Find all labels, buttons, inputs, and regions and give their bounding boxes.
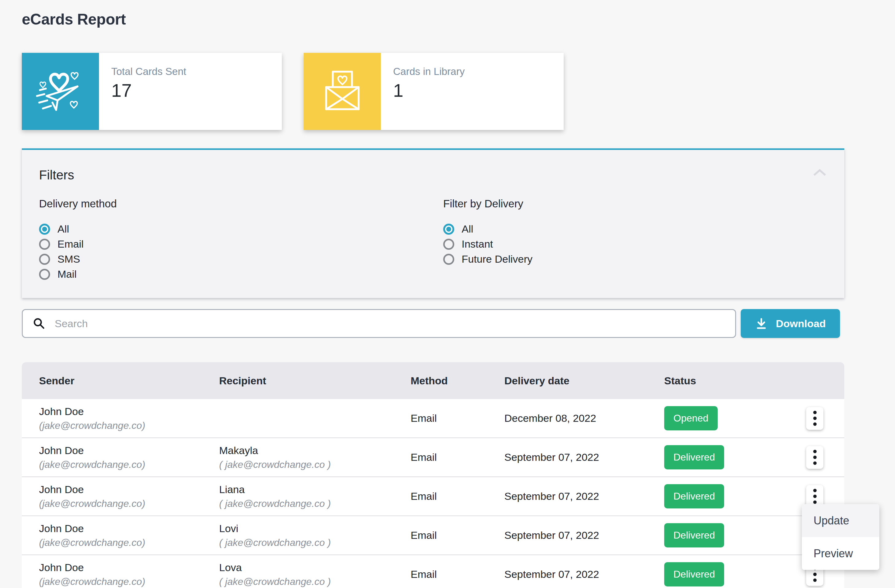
radio-label[interactable]: Mail [58, 268, 77, 280]
sender-cell: John Doe (jake@crowdchange.co) [39, 406, 219, 431]
sender-cell: John Doe (jake@crowdchange.co) [39, 444, 219, 470]
radio-option-all[interactable]: All [443, 221, 532, 236]
kebab-dot [813, 456, 817, 459]
recipient-email: ( jake@crowdchange.co ) [219, 459, 411, 470]
kebab-dot [813, 450, 817, 453]
recipient-cell: Liana ( jake@crowdchange.co ) [219, 483, 411, 509]
status-badge: Delivered [664, 445, 724, 470]
kebab-dot [813, 573, 817, 576]
status-cell: Delivered [664, 484, 806, 508]
radio-option-sms[interactable]: SMS [39, 252, 117, 267]
kebab-dot [813, 417, 817, 420]
delivery-date-cell: September 07, 2022 [504, 490, 664, 502]
ecards-table: SenderRecipientMethodDelivery dateStatus… [22, 362, 844, 588]
recipient-name: Lova [219, 562, 411, 574]
filter-group-label: Delivery method [39, 197, 117, 210]
status-badge: Delivered [664, 562, 724, 586]
table-row: John Doe (jake@crowdchange.co) Lovi ( ja… [22, 516, 844, 555]
sender-cell: John Doe (jake@crowdchange.co) [39, 562, 219, 587]
kebab-menu-button[interactable] [806, 407, 824, 430]
actions-cell [806, 407, 832, 430]
menu-item-preview[interactable]: Preview [802, 537, 879, 570]
download-button[interactable]: Download [741, 309, 840, 338]
recipient-cell: Lovi ( jake@crowdchange.co ) [219, 523, 411, 549]
kebab-dot [813, 461, 817, 465]
column-header-status: Status [664, 375, 806, 387]
radio-group: AllInstantFuture Delivery [443, 221, 532, 267]
stat-card-body: Total Cards Sent 17 [99, 53, 186, 130]
sender-email: (jake@crowdchange.co) [39, 420, 219, 431]
page-title: eCards Report [22, 11, 126, 28]
stat-value: 1 [393, 80, 465, 101]
stat-card-library: Cards in Library 1 [304, 53, 564, 130]
sent-cards-icon [22, 53, 99, 130]
radio-option-mail[interactable]: Mail [39, 267, 117, 282]
method-cell: Email [411, 412, 504, 424]
sender-email: (jake@crowdchange.co) [39, 576, 219, 587]
recipient-cell: Lova ( jake@crowdchange.co ) [219, 562, 411, 587]
radio-icon[interactable] [443, 254, 454, 265]
delivery-date-cell: September 07, 2022 [504, 529, 664, 541]
filters-title: Filters [39, 168, 74, 182]
sender-name: John Doe [39, 523, 219, 535]
recipient-email: ( jake@crowdchange.co ) [219, 498, 411, 509]
radio-label[interactable]: SMS [58, 253, 80, 265]
row-context-menu: UpdatePreview [802, 504, 879, 570]
column-header-method: Method [411, 375, 504, 387]
kebab-dot [813, 579, 817, 582]
download-icon [755, 317, 768, 330]
kebab-dot [813, 500, 817, 504]
radio-option-all[interactable]: All [39, 221, 117, 236]
method-cell: Email [411, 490, 504, 502]
radio-selected-icon[interactable] [39, 224, 50, 235]
sender-name: John Doe [39, 562, 219, 574]
recipient-email: ( jake@crowdchange.co ) [219, 537, 411, 549]
method-cell: Email [411, 568, 504, 580]
status-badge: Delivered [664, 523, 724, 547]
table-row: John Doe (jake@crowdchange.co) Email Dec… [22, 399, 844, 438]
table-header: SenderRecipientMethodDelivery dateStatus [22, 362, 844, 399]
radio-icon[interactable] [443, 239, 454, 250]
radio-icon[interactable] [39, 254, 50, 265]
recipient-name: Lovi [219, 523, 411, 535]
radio-option-email[interactable]: Email [39, 236, 117, 252]
filters-panel: Filters Delivery method AllEmailSMSMail … [22, 149, 844, 298]
recipient-cell: Makayla ( jake@crowdchange.co ) [219, 444, 411, 470]
radio-selected-icon[interactable] [443, 224, 454, 235]
recipient-email: ( jake@crowdchange.co ) [219, 576, 411, 587]
delivery-date-cell: December 08, 2022 [504, 412, 664, 424]
actions-cell [806, 446, 832, 469]
stat-cards-row: Total Cards Sent 17 Cards in Library 1 [22, 53, 564, 130]
table-row: John Doe (jake@crowdchange.co) Makayla (… [22, 438, 844, 477]
menu-item-update[interactable]: Update [802, 504, 879, 537]
method-cell: Email [411, 529, 504, 541]
radio-label[interactable]: All [462, 223, 473, 235]
radio-icon[interactable] [39, 269, 50, 280]
kebab-dot [813, 411, 817, 414]
download-label: Download [776, 318, 825, 330]
status-cell: Delivered [664, 562, 806, 586]
radio-label[interactable]: All [58, 223, 69, 235]
sender-email: (jake@crowdchange.co) [39, 537, 219, 549]
delivery-date-cell: September 07, 2022 [504, 451, 664, 463]
table-body: John Doe (jake@crowdchange.co) Email Dec… [22, 399, 844, 588]
table-row: John Doe (jake@crowdchange.co) Lova ( ja… [22, 555, 844, 588]
kebab-menu-button[interactable] [806, 446, 824, 469]
search-input[interactable] [22, 309, 736, 338]
radio-label[interactable]: Future Delivery [462, 253, 532, 265]
status-badge: Opened [664, 406, 718, 430]
radio-label[interactable]: Email [58, 238, 83, 250]
stat-card-total-sent: Total Cards Sent 17 [22, 53, 282, 130]
sender-email: (jake@crowdchange.co) [39, 459, 219, 470]
stat-label: Total Cards Sent [111, 66, 186, 77]
method-cell: Email [411, 451, 504, 463]
radio-label[interactable]: Instant [462, 238, 493, 250]
library-card-icon [304, 53, 381, 130]
chevron-up-icon[interactable] [813, 169, 826, 177]
radio-option-instant[interactable]: Instant [443, 236, 532, 252]
status-badge: Delivered [664, 484, 724, 508]
sender-name: John Doe [39, 444, 219, 456]
filter-group-delivery-method: Delivery method AllEmailSMSMail [39, 197, 117, 282]
radio-icon[interactable] [39, 239, 50, 250]
radio-option-future-delivery[interactable]: Future Delivery [443, 252, 532, 267]
